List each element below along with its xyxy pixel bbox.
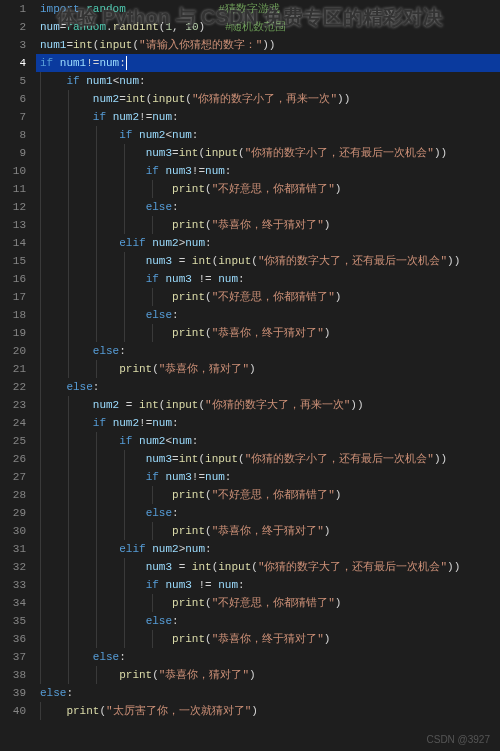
token-fn: int bbox=[73, 39, 93, 51]
line-number: 14 bbox=[0, 234, 26, 252]
code-line[interactable]: print("恭喜你，终于猜对了") bbox=[36, 216, 500, 234]
token-punc: )) bbox=[350, 399, 363, 411]
token-var: num bbox=[152, 111, 172, 123]
token-var: num2 bbox=[113, 111, 139, 123]
code-line[interactable]: else: bbox=[36, 198, 500, 216]
token-punc: ( bbox=[205, 219, 212, 231]
token-str: "你猜的数字小了，还有最后一次机会" bbox=[245, 453, 434, 465]
line-number: 28 bbox=[0, 486, 26, 504]
token-var: num bbox=[40, 21, 60, 33]
token-op: = bbox=[119, 93, 126, 105]
code-line[interactable]: num3 = int(input("你猜的数字大了，还有最后一次机会")) bbox=[36, 252, 500, 270]
token-fn: print bbox=[119, 363, 152, 375]
token-var: num3 bbox=[165, 165, 191, 177]
code-line[interactable]: print("恭喜你，猜对了") bbox=[36, 666, 500, 684]
code-line[interactable]: else: bbox=[36, 378, 500, 396]
code-line[interactable]: if num2<num: bbox=[36, 432, 500, 450]
code-line[interactable]: if num3 != num: bbox=[36, 270, 500, 288]
token-punc: ( bbox=[205, 327, 212, 339]
code-line[interactable]: print("不好意思，你都猜错了") bbox=[36, 486, 500, 504]
code-line[interactable]: else: bbox=[36, 342, 500, 360]
code-line[interactable]: if num2!=num: bbox=[36, 414, 500, 432]
code-line[interactable]: if num3!=num: bbox=[36, 468, 500, 486]
code-line[interactable]: if num3!=num: bbox=[36, 162, 500, 180]
code-line[interactable]: print("恭喜你，终于猜对了") bbox=[36, 324, 500, 342]
text-cursor bbox=[126, 56, 127, 70]
token-kw: if bbox=[119, 129, 139, 141]
token-punc: : bbox=[172, 201, 179, 213]
token-punc: ( bbox=[205, 489, 212, 501]
code-line[interactable]: print("不好意思，你都猜错了") bbox=[36, 180, 500, 198]
token-var: num2 bbox=[93, 93, 119, 105]
code-line[interactable]: num=random.randint(1, 10) #随机数范围 bbox=[36, 18, 500, 36]
code-line[interactable]: print("恭喜你，终于猜对了") bbox=[36, 522, 500, 540]
code-line[interactable]: if num2!=num: bbox=[36, 108, 500, 126]
token-kw: else bbox=[146, 309, 172, 321]
code-line[interactable]: if num1!=num: bbox=[36, 54, 500, 72]
code-line[interactable]: elif num2>num: bbox=[36, 540, 500, 558]
code-line[interactable]: else: bbox=[36, 504, 500, 522]
code-line[interactable]: else: bbox=[36, 612, 500, 630]
code-line[interactable]: else: bbox=[36, 648, 500, 666]
code-line[interactable]: import random #猜数字游戏 bbox=[36, 0, 500, 18]
token-var: num bbox=[119, 75, 139, 87]
token-str: "你猜的数字大了，再来一次" bbox=[205, 399, 350, 411]
token-kw: else bbox=[146, 201, 172, 213]
code-line[interactable]: elif num2>num: bbox=[36, 234, 500, 252]
token-punc: : bbox=[93, 381, 100, 393]
token-kw: import bbox=[40, 3, 80, 15]
token-kw: else bbox=[93, 651, 119, 663]
code-area[interactable]: import random #猜数字游戏num=random.randint(1… bbox=[36, 0, 500, 751]
code-editor[interactable]: 1234567891011121314151617181920212223242… bbox=[0, 0, 500, 751]
line-number: 6 bbox=[0, 90, 26, 108]
line-number: 30 bbox=[0, 522, 26, 540]
code-line[interactable]: num3=int(input("你猜的数字小了，还有最后一次机会")) bbox=[36, 450, 500, 468]
token-punc: ) bbox=[324, 525, 331, 537]
code-line[interactable]: num2 = int(input("你猜的数字大了，再来一次")) bbox=[36, 396, 500, 414]
token-var: num1 bbox=[60, 57, 86, 69]
code-line[interactable]: num2=int(input("你猜的数字小了，再来一次")) bbox=[36, 90, 500, 108]
token-punc: ) bbox=[324, 219, 331, 231]
code-line[interactable]: else: bbox=[36, 306, 500, 324]
token-fn: int bbox=[179, 147, 199, 159]
token-punc: : bbox=[192, 129, 199, 141]
token-op: != bbox=[192, 165, 205, 177]
token-var: num3 bbox=[165, 273, 191, 285]
token-mod: random bbox=[66, 21, 106, 33]
token-punc: : bbox=[172, 111, 179, 123]
token-kw: else bbox=[146, 507, 172, 519]
code-line[interactable]: if num3 != num: bbox=[36, 576, 500, 594]
code-line[interactable]: print("不好意思，你都猜错了") bbox=[36, 594, 500, 612]
code-line[interactable]: print("不好意思，你都猜错了") bbox=[36, 288, 500, 306]
code-line[interactable]: print("恭喜你，猜对了") bbox=[36, 360, 500, 378]
token-op: = bbox=[172, 561, 192, 573]
token-punc: )) bbox=[447, 561, 460, 573]
token-punc: )) bbox=[337, 93, 350, 105]
code-line[interactable]: if num2<num: bbox=[36, 126, 500, 144]
code-line[interactable]: else: bbox=[36, 684, 500, 702]
token-punc: : bbox=[205, 543, 212, 555]
line-number: 16 bbox=[0, 270, 26, 288]
code-line[interactable]: if num1<num: bbox=[36, 72, 500, 90]
code-line[interactable]: print("恭喜你，终于猜对了") bbox=[36, 630, 500, 648]
code-line[interactable]: num3=int(input("你猜的数字小了，还有最后一次机会")) bbox=[36, 144, 500, 162]
code-line[interactable]: print("太厉害了你，一次就猜对了") bbox=[36, 702, 500, 720]
line-number: 37 bbox=[0, 648, 26, 666]
token-var: num bbox=[152, 417, 172, 429]
token-var: num3 bbox=[146, 147, 172, 159]
token-str: "请输入你猜想的数字：" bbox=[139, 39, 262, 51]
token-fn: input bbox=[99, 39, 132, 51]
token-punc: ( bbox=[251, 255, 258, 267]
token-fn: print bbox=[172, 327, 205, 339]
token-var: num bbox=[99, 57, 119, 69]
token-op: != bbox=[192, 579, 218, 591]
line-number: 1 bbox=[0, 0, 26, 18]
token-mod: random bbox=[86, 3, 126, 15]
token-var: num3 bbox=[146, 453, 172, 465]
code-line[interactable]: num3 = int(input("你猜的数字大了，还有最后一次机会")) bbox=[36, 558, 500, 576]
token-punc: ) bbox=[251, 705, 258, 717]
code-line[interactable]: num1=int(input("请输入你猜想的数字：")) bbox=[36, 36, 500, 54]
line-number: 34 bbox=[0, 594, 26, 612]
line-number: 23 bbox=[0, 396, 26, 414]
token-var: num bbox=[185, 237, 205, 249]
